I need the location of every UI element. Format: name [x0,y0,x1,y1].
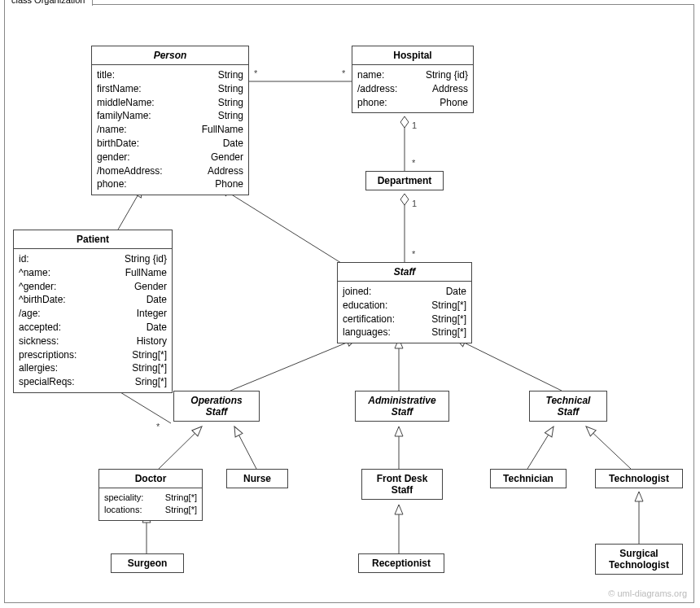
attribute-row: specialReqs:Sring[*] [19,375,167,389]
attribute-name: id: [19,252,29,266]
attribute-name: locations: [104,504,142,516]
class-front-desk-staff-name-2: Staff [367,484,437,496]
attribute-row: certification:String[*] [343,313,466,326]
class-department: Department [365,171,444,190]
class-technical-staff-name-2: Staff [535,406,602,418]
attribute-row: /homeAddress:Address [97,164,243,178]
class-technical-staff: Technical Staff [529,391,607,422]
attribute-type: String[*] [132,361,167,375]
class-front-desk-staff-name: Front Desk Staff [362,470,442,499]
attribute-type: String [218,96,243,110]
class-surgical-technologist-name: Surgical Technologist [596,545,682,574]
attribute-row: phone:Phone [97,177,243,191]
class-person: Person title:StringfirstName:Stringmiddl… [91,46,249,195]
class-operations-staff-name: Operations Staff [174,391,259,421]
class-doctor-name: Doctor [99,470,202,488]
attribute-type: String[*] [132,348,167,362]
attribute-type: String [218,109,243,123]
mult-person-hospital-left: * [254,68,257,78]
attribute-type: FullName [202,123,243,137]
class-technical-staff-name-1: Technical [535,395,602,406]
class-technologist-name: Technologist [596,470,682,488]
attribute-name: /age: [19,307,41,321]
attribute-type: History [137,335,167,348]
attribute-type: Address [208,164,243,178]
class-patient: Patient id:String {id}^name:FullName^gen… [13,230,173,393]
attribute-name: /name: [97,123,127,137]
class-surgical-technologist-name-1: Surgical [601,548,677,559]
attribute-name: sickness: [19,335,59,348]
attribute-type: FullName [125,266,167,280]
class-hospital-name: Hospital [352,46,473,65]
attribute-row: ^birthDate:Date [19,293,167,307]
attribute-name: ^birthDate: [19,293,66,307]
attribute-row: id:String {id} [19,252,167,266]
attribute-row: speciality:String[*] [104,492,197,504]
attribute-type: Date [446,285,466,299]
attribute-row: firstName:String [97,82,243,96]
attribute-row: title:String [97,68,243,82]
class-surgical-technologist-name-2: Technologist [601,559,677,571]
class-patient-body: id:String {id}^name:FullName^gender:Gend… [14,249,172,392]
class-administrative-staff-name: Administrative Staff [356,391,448,421]
attribute-row: gender:Gender [97,151,243,164]
attribute-type: Integer [137,307,167,321]
mult-hospital-dept-top: 1 [412,120,417,130]
class-administrative-staff: Administrative Staff [355,391,449,422]
class-technologist: Technologist [595,469,683,488]
class-hospital: Hospital name:String {id}/address:Addres… [352,46,474,113]
attribute-type: Phone [215,177,243,191]
class-staff: Staff joined:Dateeducation:String[*]cert… [337,262,472,343]
class-hospital-body: name:String {id}/address:Addressphone:Ph… [352,65,473,112]
class-nurse-name: Nurse [227,470,287,488]
class-front-desk-staff: Front Desk Staff [361,469,443,500]
attribute-name: ^name: [19,266,50,280]
class-receptionist: Receptionist [358,553,444,573]
attribute-type: Gender [211,151,243,164]
attribute-row: /name:FullName [97,123,243,137]
attribute-row: middleName:String [97,96,243,110]
class-doctor-body: speciality:String[*]locations:String[*] [99,488,202,520]
attribute-name: languages: [343,326,391,339]
mult-hospital-dept-bottom: * [412,158,415,168]
attribute-name: phone: [97,177,127,191]
attribute-name: ^gender: [19,280,56,294]
class-patient-name: Patient [14,230,172,249]
attribute-name: speciality: [104,492,143,504]
attribute-row: ^name:FullName [19,266,167,280]
attribute-row: locations:String[*] [104,504,197,516]
class-doctor: Doctor speciality:String[*]locations:Str… [98,469,203,521]
attribute-name: education: [343,299,387,313]
attribute-type: Address [432,82,468,96]
attribute-name: familyName: [97,109,151,123]
mult-dept-staff-bottom: * [412,249,415,259]
class-operations-staff-name-1: Operations [179,395,254,406]
attribute-type: Gender [134,280,167,294]
attribute-row: accepted:Date [19,321,167,335]
class-staff-body: joined:Dateeducation:String[*]certificat… [338,282,471,343]
class-technician: Technician [490,469,567,488]
attribute-type: String[*] [165,492,197,504]
class-operations-staff: Operations Staff [173,391,260,422]
frame-label: class Organization [4,0,93,6]
attribute-type: Date [147,321,167,335]
mult-patient-ops-ops: * [156,422,160,431]
attribute-row: ^gender:Gender [19,280,167,294]
attribute-name: middleName: [97,96,155,110]
attribute-name: accepted: [19,321,61,335]
class-person-name: Person [92,46,248,65]
attribute-type: String [218,82,243,96]
attribute-type: Phone [440,96,468,110]
attribute-type: String[*] [431,299,466,313]
class-surgeon-name: Surgeon [112,554,183,572]
class-receptionist-name: Receptionist [359,554,444,572]
attribute-name: firstName: [97,82,142,96]
class-administrative-staff-name-2: Staff [361,406,444,418]
attribute-row: education:String[*] [343,299,466,313]
attribute-name: certification: [343,313,395,326]
attribute-name: name: [357,68,384,82]
attribute-name: specialReqs: [19,375,75,389]
mult-person-hospital-right: * [342,68,345,78]
attribute-name: prescriptions: [19,348,77,362]
attribute-type: String {id} [125,252,167,266]
